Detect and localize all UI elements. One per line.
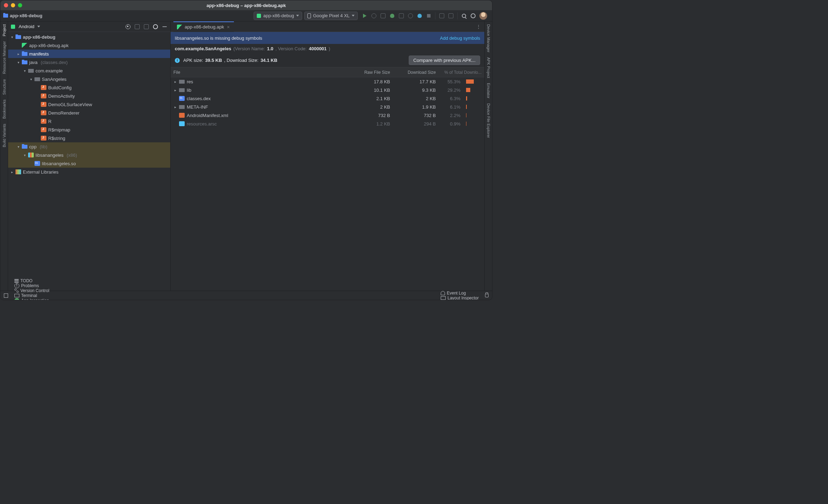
folder-g-icon <box>34 77 40 81</box>
avd-icon[interactable] <box>448 13 454 19</box>
disclosure-arrow[interactable] <box>173 80 177 84</box>
tree-row[interactable]: R$mipmap <box>8 125 170 134</box>
profiler-icon[interactable] <box>408 13 413 19</box>
sync-icon[interactable] <box>439 13 445 19</box>
status-bar-item[interactable]: Event Log <box>441 291 479 296</box>
table-row[interactable]: lib10.1 KB9.3 KB29.2% <box>171 86 484 94</box>
status-bar-item[interactable]: Terminal <box>14 293 49 298</box>
close-tab-button[interactable]: × <box>226 24 230 30</box>
percentage-bar <box>466 79 474 84</box>
debug-button[interactable] <box>389 13 395 19</box>
tool-window-tab[interactable]: APK Project <box>486 57 491 78</box>
tree-row[interactable]: com.example <box>8 66 170 75</box>
hide-panel-button[interactable] <box>162 24 167 30</box>
settings-button[interactable] <box>470 13 476 19</box>
tool-window-tab[interactable]: Emulator <box>486 83 491 98</box>
folder-icon <box>22 60 27 64</box>
col-header-raw[interactable]: Raw File Size <box>347 70 393 75</box>
tabs-more-button[interactable]: ⋮ <box>473 24 484 29</box>
editor-tab[interactable]: app-x86-debug.apk × <box>173 21 234 32</box>
run-config-selector[interactable]: app-x86-debug <box>254 12 302 20</box>
chevron-down-icon <box>352 15 355 17</box>
tree-row[interactable]: libsanangeles.so <box>8 159 170 168</box>
tree-row[interactable]: app-x86-debug <box>8 33 170 41</box>
disclosure-arrow[interactable] <box>173 88 177 92</box>
status-bar-item[interactable]: TODO <box>14 278 49 283</box>
stop-button[interactable] <box>426 13 432 19</box>
disclosure-arrow[interactable] <box>17 145 20 149</box>
tree-row[interactable]: java(classes.dex) <box>8 58 170 66</box>
tool-window-tab[interactable]: Device File Explorer <box>486 103 491 138</box>
window-zoom-icon[interactable] <box>18 3 22 7</box>
tree-row[interactable]: cpp(lib) <box>8 142 170 151</box>
tree-row[interactable]: DemoActivity <box>8 92 170 100</box>
tree-row[interactable]: manifests <box>8 50 170 58</box>
collapse-all-button[interactable] <box>144 24 149 30</box>
disclosure-arrow[interactable] <box>23 69 26 73</box>
file-name: AndroidManifest.xml <box>187 113 228 118</box>
apply-changes-icon[interactable] <box>380 13 386 19</box>
tree-label: BuildConfig <box>48 85 72 90</box>
disclosure-arrow[interactable] <box>23 153 26 157</box>
disclosure-arrow[interactable] <box>10 170 14 174</box>
tree-row[interactable]: R$string <box>8 134 170 142</box>
tree-row[interactable]: libsanangeles(x86) <box>8 151 170 159</box>
status-bar-item[interactable]: Version Control <box>14 288 49 293</box>
add-debug-symbols-link[interactable]: Add debug symbols <box>440 35 480 41</box>
disclosure-arrow[interactable] <box>17 52 20 56</box>
col-header-pct[interactable]: % of Total Downlo... <box>439 70 484 75</box>
table-row[interactable]: classes.dex2.1 KB2 KB6.3% <box>171 94 484 103</box>
tree-row[interactable]: R <box>8 117 170 125</box>
status-bar-item[interactable]: App Inspection <box>14 298 49 301</box>
tool-window-tab[interactable]: Device Manager <box>486 24 491 52</box>
project-tree[interactable]: app-x86-debugapp-x86-debug.apkmanifestsj… <box>8 32 170 291</box>
table-row[interactable]: resources.arsc1.2 KB294 B0.9% <box>171 119 484 128</box>
file-name: classes.dex <box>187 96 211 101</box>
search-button[interactable] <box>461 13 467 19</box>
android-icon <box>257 14 261 18</box>
panel-settings-button[interactable] <box>153 24 158 30</box>
banner-text: libsanangeles.so is missing debug symbol… <box>175 35 262 41</box>
table-row[interactable]: META-INF2 KB1.9 KB6.1% <box>171 103 484 111</box>
compare-apk-button[interactable]: Compare with previous APK... <box>409 56 480 65</box>
status-bar-item[interactable]: Layout Inspector <box>441 296 479 301</box>
tree-row[interactable]: DemoRenderer <box>8 109 170 117</box>
disclosure-arrow[interactable] <box>10 35 14 39</box>
status-lock-icon[interactable] <box>485 294 489 297</box>
folder-icon <box>22 52 27 56</box>
tree-row[interactable]: SanAngeles <box>8 75 170 83</box>
status-notification-button[interactable] <box>4 293 8 298</box>
tree-row[interactable]: DemoGLSurfaceView <box>8 100 170 109</box>
table-row[interactable]: AndroidManifest.xml732 B732 B2.2% <box>171 111 484 119</box>
tool-window-tab[interactable]: Project <box>2 24 6 36</box>
tree-row[interactable]: External Libraries <box>8 168 170 176</box>
tool-window-tab[interactable]: Build Variants <box>2 124 6 147</box>
tree-label: app-x86-debug.apk <box>29 43 69 48</box>
tree-label: manifests <box>29 51 49 57</box>
disclosure-arrow[interactable] <box>173 105 177 109</box>
rerun-button[interactable] <box>371 13 377 19</box>
status-bar-item[interactable]: Problems <box>14 283 49 288</box>
tool-window-tab[interactable]: Resource Manager <box>2 41 6 74</box>
disclosure-arrow[interactable] <box>29 77 33 81</box>
tree-row[interactable]: app-x86-debug.apk <box>8 41 170 50</box>
device-selector[interactable]: Google Pixel 4 XL <box>304 12 358 20</box>
project-view-selector[interactable]: Android <box>19 24 34 29</box>
run-button[interactable] <box>362 13 368 19</box>
tree-row[interactable]: BuildConfig <box>8 83 170 92</box>
tool-window-tab[interactable]: Structure <box>2 79 6 95</box>
expand-all-button[interactable] <box>134 24 140 30</box>
attach-debugger-icon[interactable] <box>417 13 422 19</box>
disclosure-arrow[interactable] <box>17 60 20 64</box>
user-avatar[interactable] <box>479 12 487 20</box>
col-header-file[interactable]: File <box>171 70 347 75</box>
tool-window-tab[interactable]: Bookmarks <box>2 99 6 119</box>
col-header-dl[interactable]: Download Size <box>393 70 439 75</box>
breadcrumb[interactable]: app-x86-debug <box>3 13 42 18</box>
table-row[interactable]: res17.8 KB17.7 KB55.3% <box>171 77 484 86</box>
xml-icon <box>179 113 185 118</box>
select-opened-file-button[interactable] <box>125 24 131 30</box>
coverage-icon[interactable] <box>399 13 404 19</box>
window-close-icon[interactable] <box>4 3 8 7</box>
window-minimize-icon[interactable] <box>11 3 15 7</box>
